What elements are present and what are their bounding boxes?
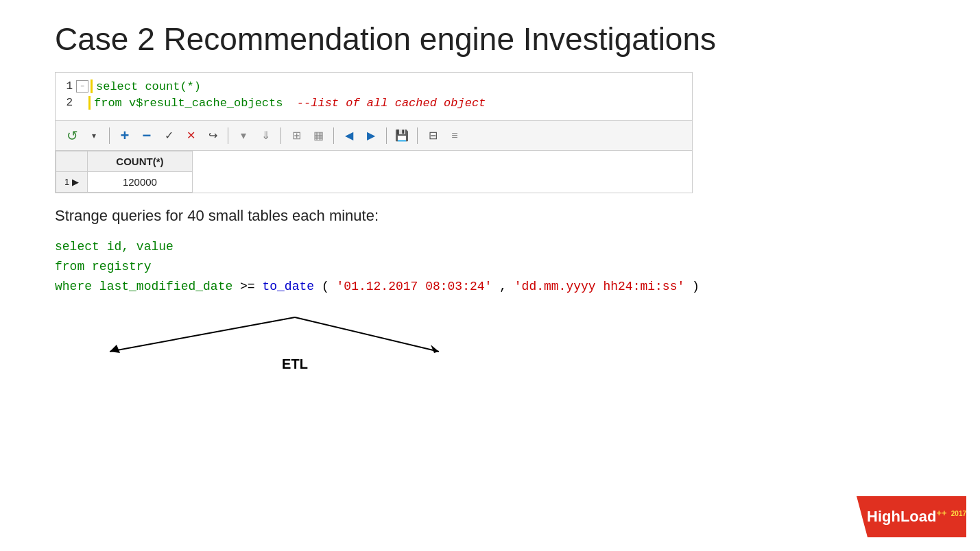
results-row-1: 1 ▶ 120000 <box>56 172 193 193</box>
toolbar-sep-5 <box>386 127 387 144</box>
toolbar-pin-btn[interactable]: ⊟ <box>423 126 442 145</box>
slide-title: Case 2 Recommendation engine Investigati… <box>55 21 925 58</box>
toolbar-sep-4 <box>333 127 334 144</box>
sql-where-kw: where <box>55 280 92 293</box>
sql-select-kw: select <box>55 240 99 254</box>
toolbar-download-btn[interactable]: ⇓ <box>256 126 275 145</box>
results-table: COUNT(*) 1 ▶ 120000 <box>56 151 193 193</box>
logo-text: HighLoad++ 2017 <box>857 508 966 526</box>
results-table-wrapper: COUNT(*) 1 ▶ 120000 <box>56 151 193 193</box>
sql-string-2: 'dd.mm.yyyy hh24:mi:ss' <box>514 280 684 293</box>
toolbar-save-btn[interactable]: 💾 <box>392 126 411 145</box>
sql-string-1: '01.12.2017 08:03:24' <box>337 280 492 293</box>
toolbar-prev-btn[interactable]: ◀ <box>339 126 359 145</box>
code-comment-2: --list of all cached object <box>283 97 486 110</box>
toolbar-minus-btn[interactable]: − <box>137 126 156 145</box>
sql-where-col: last_modified_date <box>99 280 240 293</box>
sql-editor-code: 1 − select count(*) 2 from v$result_cach… <box>56 73 692 121</box>
svg-marker-3 <box>431 345 439 353</box>
sql-from-kw: from <box>55 260 84 273</box>
toolbar-check-btn[interactable]: ✓ <box>159 126 178 145</box>
collapse-icon[interactable]: − <box>76 80 88 93</box>
sql-from-table: registry <box>92 260 151 273</box>
toolbar-export-btn[interactable]: ↪ <box>203 126 222 145</box>
svg-marker-1 <box>110 345 120 353</box>
toolbar-down-btn[interactable]: ▾ <box>234 126 253 145</box>
line-bar-2 <box>88 96 91 110</box>
toolbar-sep-3 <box>280 127 281 144</box>
description-text: Strange queries for 40 small tables each… <box>55 207 925 225</box>
toolbar-next-btn[interactable]: ▶ <box>361 126 381 145</box>
sql-line-2: from registry <box>55 257 925 277</box>
sql-operator: >= <box>240 280 262 293</box>
results-row-num-1: 1 ▶ <box>56 172 88 193</box>
sql-select-cols: id, value <box>107 240 174 254</box>
sql-editor-panel: 1 − select count(*) 2 from v$result_cach… <box>55 72 693 193</box>
toolbar-sep-2 <box>228 127 228 144</box>
line-number-2: 2 <box>56 97 76 109</box>
etl-label: ETL <box>282 356 308 372</box>
logo-shape: HighLoad++ 2017 <box>857 496 966 537</box>
toolbar-refresh-btn[interactable]: ↺ <box>62 126 82 145</box>
toolbar-sep-6 <box>417 127 418 144</box>
logo-year: 2017 <box>951 510 966 517</box>
toolbar-grid-btn[interactable]: ⊞ <box>287 126 306 145</box>
code-select-1: select count(*) <box>96 80 201 93</box>
slide-container: Case 2 Recommendation engine Investigati… <box>0 0 980 551</box>
sql-function: to_date <box>262 280 314 293</box>
toolbar-sep-1 <box>109 127 110 144</box>
sql-line-1: select id, value <box>55 237 925 257</box>
svg-line-0 <box>110 317 295 352</box>
toolbar-cancel-btn[interactable]: ✕ <box>181 126 200 145</box>
line-bar-1 <box>91 79 93 93</box>
highload-logo: HighLoad++ 2017 <box>857 496 966 537</box>
results-rownum-header <box>56 151 88 172</box>
results-count-header: COUNT(*) <box>87 151 192 172</box>
toolbar-add-btn[interactable]: + <box>115 126 134 145</box>
svg-line-2 <box>295 317 439 352</box>
sql-line-3: where last_modified_date >= to_date ( '0… <box>55 277 925 297</box>
toolbar-table-btn[interactable]: ▦ <box>309 126 328 145</box>
arrow-diagram: ETL <box>55 304 535 372</box>
toolbar-dropdown-btn[interactable]: ▾ <box>84 126 104 145</box>
sql-toolbar: ↺ ▾ + − ✓ ✕ ↪ ▾ ⇓ ⊞ ▦ ◀ ▶ 💾 ⊟ ≡ <box>56 121 692 151</box>
sql-comma: , <box>499 280 514 293</box>
code-from-2: from v$result_cache_objects <box>94 97 283 110</box>
results-count-value-1: 120000 <box>87 172 192 193</box>
code-line-1: 1 − select count(*) <box>56 78 692 95</box>
sql-code-block: select id, value from registry where las… <box>55 237 925 296</box>
line-number-1: 1 <box>56 80 76 93</box>
code-line-2: 2 from v$result_cache_objects --list of … <box>56 95 692 111</box>
sql-paren-close: ) <box>692 280 700 293</box>
logo-load: Load <box>900 508 937 525</box>
toolbar-menu-btn[interactable]: ≡ <box>445 126 464 145</box>
sql-paren-open: ( <box>322 280 329 293</box>
logo-superscript: ++ <box>936 508 946 518</box>
